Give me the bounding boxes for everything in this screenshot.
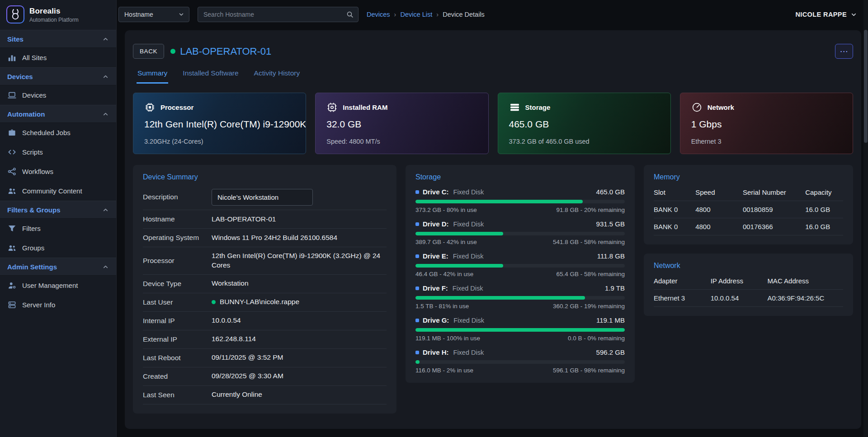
table-row: BANK 0 4800 00180859 16.0 GB: [654, 201, 843, 218]
stat-title: Installed RAM: [343, 103, 387, 111]
sidebar-item-label: User Management: [22, 282, 78, 289]
sidebar-item-label: Workflows: [22, 168, 53, 175]
sidebar-item-groups[interactable]: Groups: [0, 238, 116, 258]
tab-summary[interactable]: Summary: [137, 66, 168, 84]
user-menu[interactable]: NICOLE RAPPE: [795, 11, 857, 18]
table-header-row: Slot Speed Serial Number Capacity: [654, 184, 843, 201]
laptop-icon: [8, 91, 16, 99]
funnel-icon: [8, 224, 16, 233]
section-label: Filters & Groups: [7, 206, 61, 214]
chevron-down-icon: [178, 11, 184, 18]
drive-bullet-icon: [415, 319, 419, 322]
drive-bullet-icon: [415, 222, 419, 226]
stat-cards: Processor 12th Gen Intel(R) Core(TM) i9-…: [133, 93, 853, 154]
sidebar-item-label: All Sites: [22, 54, 47, 61]
sidebar-item-all-sites[interactable]: All Sites: [0, 48, 116, 67]
sidebar-section-admin-settings[interactable]: Admin Settings: [0, 258, 116, 276]
table-row: Last Reboot 09/11/2025 @ 3:52 PM: [143, 349, 387, 367]
search-box: [198, 7, 359, 22]
user-gear-icon: [8, 281, 16, 290]
sidebar-item-label: Filters: [22, 225, 41, 232]
stat-card-network: Network 1 Gbps Ethernet 3: [680, 93, 853, 154]
sidebar-item-filters[interactable]: Filters: [0, 219, 116, 238]
sidebar-section-automation[interactable]: Automation: [0, 105, 116, 123]
drive-usage-bar: [415, 200, 625, 203]
device-summary-table: Description Hostname LAB-OPERATOR-01 Ope…: [143, 185, 387, 404]
sidebar-item-label: Scheduled Jobs: [22, 129, 71, 136]
chevron-up-icon: [102, 207, 109, 213]
scrollbar-track: [863, 0, 868, 437]
sidebar-item-label: Devices: [22, 91, 46, 99]
bar-chart-icon: [8, 53, 16, 62]
drive-usage-bar: [415, 232, 625, 235]
bunny-logo-icon: [6, 5, 24, 25]
network-table: Adapter IP Address MAC Address Ethernet …: [654, 273, 843, 307]
hostname-filter-select[interactable]: Hostname: [118, 7, 189, 22]
table-row: Description: [143, 185, 387, 210]
breadcrumb-separator: ›: [394, 11, 396, 18]
breadcrumb-devices[interactable]: Devices: [367, 11, 390, 18]
stat-title: Storage: [525, 103, 551, 111]
network-card: Network Adapter IP Address MAC Address E…: [644, 254, 853, 316]
detail-columns: Device Summary Description Hostname LAB-…: [133, 165, 853, 414]
stat-subtitle: 3.20GHz (24-Cores): [144, 138, 295, 145]
table-row: BANK 0 4800 00176366 16.0 GB: [654, 218, 843, 235]
stat-subtitle: 373.2 GB of 465.0 GB used: [509, 138, 660, 145]
breadcrumb-device-list[interactable]: Device List: [400, 11, 432, 18]
sidebar-item-label: Groups: [22, 244, 44, 252]
sidebar-item-label: Scripts: [22, 148, 43, 156]
sidebar-section-devices[interactable]: Devices: [0, 67, 116, 85]
stat-subtitle: Speed: 4800 MT/s: [326, 138, 477, 145]
scrollbar-thumb[interactable]: [864, 30, 868, 143]
drive-row-h: Drive H: Fixed Disk 596.2 GB 116.0 MB - …: [415, 348, 625, 374]
breadcrumb: Devices › Device List › Device Details: [367, 11, 485, 18]
ram-chip-icon: [326, 102, 338, 113]
chevron-up-icon: [102, 111, 109, 117]
drive-usage-bar: [415, 360, 625, 364]
stat-title: Processor: [160, 103, 193, 111]
table-row: Ethernet 3 10.0.0.54 A0:36:9F:94:26:5C: [654, 290, 843, 307]
sidebar-item-scripts[interactable]: Scripts: [0, 142, 116, 162]
drive-row-g: Drive G: Fixed Disk 119.1 MB 119.1 MB - …: [415, 316, 625, 342]
tab-bar: Summary Installed Software Activity Hist…: [133, 66, 853, 84]
sidebar-section-filters-groups[interactable]: Filters & Groups: [0, 201, 116, 219]
sidebar-item-server-info[interactable]: Server Info: [0, 295, 116, 315]
more-actions-button[interactable]: ⋯: [835, 44, 853, 59]
storage-card: Storage Drive C: Fixed Disk 465.0 GB 373…: [406, 165, 635, 383]
table-row: Last Seen Currently Online: [143, 386, 387, 404]
back-button[interactable]: BACK: [133, 44, 164, 59]
search-icon[interactable]: [346, 11, 354, 18]
sidebar-item-community-content[interactable]: Community Content: [0, 181, 116, 201]
sidebar-section-sites[interactable]: Sites: [0, 30, 116, 48]
online-status-dot: [212, 300, 216, 304]
content-area: BACK LAB-OPERATOR-01 ⋯ Summary Installed…: [117, 29, 868, 437]
description-input[interactable]: [212, 189, 313, 206]
drive-row-f: Drive F: Fixed Disk 1.9 TB 1.5 TB - 81% …: [415, 284, 625, 310]
logo[interactable]: Borealis Automation Platform: [0, 0, 116, 30]
sidebar-item-scheduled-jobs[interactable]: Scheduled Jobs: [0, 123, 116, 142]
code-icon: [8, 148, 16, 156]
memory-table: Slot Speed Serial Number Capacity BANK 0…: [654, 184, 843, 235]
section-label: Admin Settings: [7, 263, 57, 271]
search-hostname-input[interactable]: [203, 11, 346, 18]
online-status-dot: [170, 49, 175, 54]
app-root: Borealis Automation Platform Sites All S…: [0, 0, 868, 437]
tab-installed-software[interactable]: Installed Software: [182, 66, 239, 84]
sidebar-item-devices[interactable]: Devices: [0, 85, 116, 105]
people-icon: [8, 187, 16, 195]
sidebar-item-user-management[interactable]: User Management: [0, 276, 116, 295]
memory-title: Memory: [654, 173, 843, 181]
right-column: Memory Slot Speed Serial Number Capacity…: [644, 165, 853, 316]
memory-card: Memory Slot Speed Serial Number Capacity…: [644, 165, 853, 244]
stat-value: 32.0 GB: [326, 119, 477, 130]
table-row: Operating System Windows 11 Pro 24H2 Bui…: [143, 229, 387, 247]
sidebar-item-workflows[interactable]: Workflows: [0, 162, 116, 181]
drive-row-c: Drive C: Fixed Disk 465.0 GB 373.2 GB - …: [415, 188, 625, 213]
device-details-panel: BACK LAB-OPERATOR-01 ⋯ Summary Installed…: [125, 30, 861, 429]
cpu-chip-icon: [144, 102, 156, 113]
server-icon: [8, 301, 16, 309]
tab-activity-history[interactable]: Activity History: [253, 66, 301, 84]
storage-title: Storage: [415, 173, 625, 181]
hostname-filter-value: Hostname: [124, 11, 153, 18]
table-header-row: Adapter IP Address MAC Address: [654, 273, 843, 290]
